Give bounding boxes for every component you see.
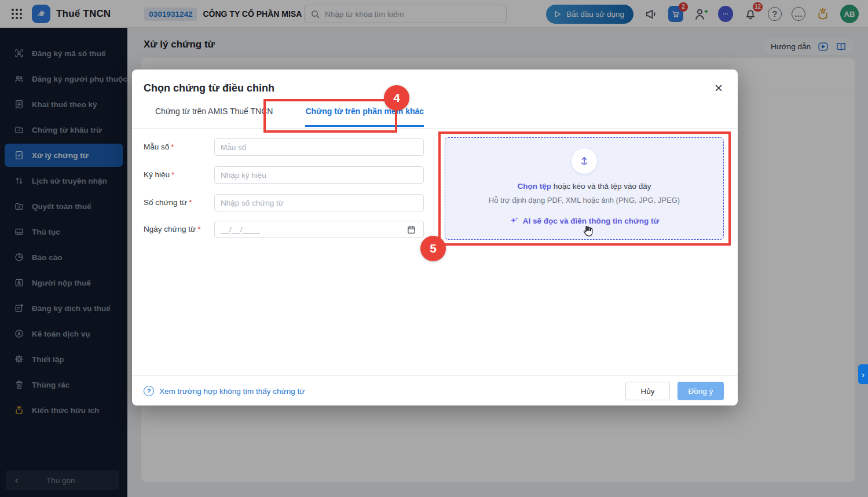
annotation-step-5: 5 xyxy=(420,236,446,261)
mouse-cursor xyxy=(581,224,595,238)
ky-hieu-input[interactable] xyxy=(214,166,424,184)
required-mark: * xyxy=(171,170,174,179)
modal-footer: ? Xem trường hợp không tìm thấy chứng từ… xyxy=(132,375,738,405)
field-label: Ngày chứng từ* xyxy=(144,225,200,233)
required-mark: * xyxy=(189,198,192,207)
calendar-icon[interactable] xyxy=(406,225,416,235)
help-link-label: Xem trường hợp không tìm thấy chứng từ xyxy=(159,387,305,396)
confirm-button[interactable]: Đồng ý xyxy=(677,382,724,400)
modal-title: Chọn chứng từ điều chỉnh xyxy=(144,82,274,94)
not-found-help-link[interactable]: ? Xem trường hợp không tìm thấy chứng từ xyxy=(144,376,305,406)
edge-expand-tab[interactable]: › xyxy=(858,364,868,384)
annotation-rect-step4 xyxy=(263,99,397,133)
annotation-step-4: 4 xyxy=(384,85,409,111)
field-label: Ký hiệu* xyxy=(144,170,174,179)
tabs-divider xyxy=(132,128,738,129)
so-chung-tu-input[interactable] xyxy=(214,194,424,211)
cancel-button[interactable]: Hủy xyxy=(625,382,670,400)
tab-amis-thue-tncn[interactable]: Chứng từ trên AMIS Thuế TNCN xyxy=(155,107,273,127)
chevron-right-icon: › xyxy=(862,370,865,379)
ngay-chung-tu-input[interactable] xyxy=(214,221,424,238)
field-label: Mẫu số* xyxy=(144,142,174,151)
mau-so-input[interactable] xyxy=(214,138,424,156)
close-icon[interactable]: × xyxy=(715,81,723,95)
field-label: Số chứng từ* xyxy=(144,198,192,207)
required-mark: * xyxy=(197,225,200,233)
required-mark: * xyxy=(171,142,174,151)
question-circle-icon: ? xyxy=(144,386,154,396)
